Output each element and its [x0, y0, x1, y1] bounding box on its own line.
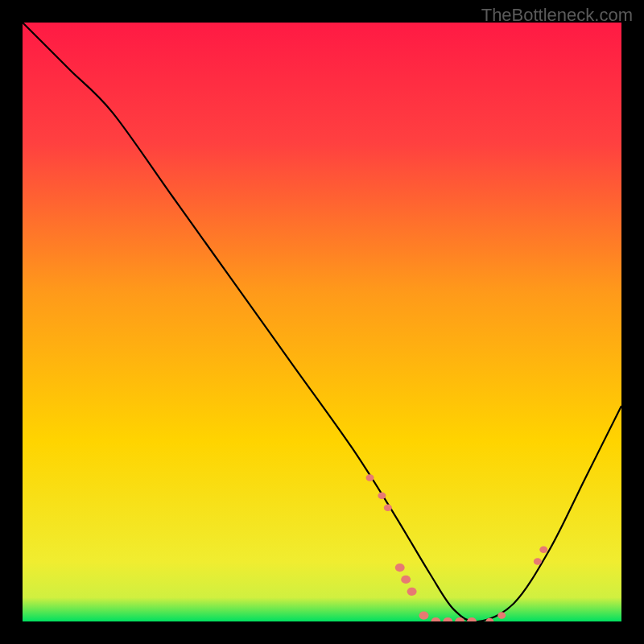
- curve-marker: [378, 493, 386, 500]
- curve-marker: [539, 546, 547, 553]
- curve-marker: [497, 612, 506, 619]
- curve-marker: [366, 474, 374, 481]
- curve-marker: [395, 564, 405, 572]
- curve-marker: [419, 611, 428, 619]
- plot-area: [23, 23, 621, 621]
- watermark-text: TheBottleneck.com: [481, 5, 633, 26]
- chart-svg: [23, 23, 621, 621]
- chart-container: TheBottleneck.com: [0, 0, 644, 644]
- curve-marker: [534, 558, 542, 565]
- curve-marker: [384, 504, 392, 511]
- curve-marker: [407, 588, 417, 596]
- curve-marker: [401, 576, 411, 584]
